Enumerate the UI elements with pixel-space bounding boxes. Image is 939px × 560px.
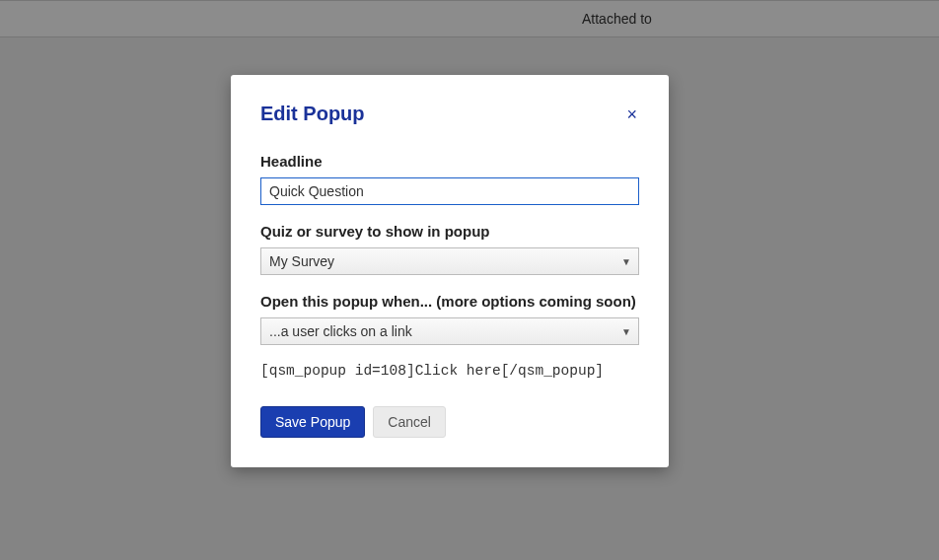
close-icon[interactable]: × [624,105,639,123]
trigger-select[interactable]: ...a user clicks on a link [260,317,639,345]
save-button[interactable]: Save Popup [260,406,365,438]
trigger-field-group: Open this popup when... (more options co… [260,293,639,345]
headline-field-group: Headline [260,153,639,205]
trigger-select-wrapper: ...a user clicks on a link ▼ [260,317,639,345]
quiz-select[interactable]: My Survey [260,247,639,275]
headline-label: Headline [260,153,639,170]
button-row: Save Popup Cancel [260,406,639,438]
edit-popup-modal: Edit Popup × Headline Quiz or survey to … [231,75,669,467]
modal-title: Edit Popup [260,103,365,125]
quiz-field-group: Quiz or survey to show in popup My Surve… [260,223,639,275]
trigger-label: Open this popup when... (more options co… [260,293,639,310]
quiz-select-wrapper: My Survey ▼ [260,247,639,275]
cancel-button[interactable]: Cancel [373,406,446,438]
quiz-label: Quiz or survey to show in popup [260,223,639,240]
headline-input[interactable] [260,177,639,205]
shortcode-text: [qsm_popup id=108]Click here[/qsm_popup] [260,363,639,379]
modal-header: Edit Popup × [260,103,639,125]
